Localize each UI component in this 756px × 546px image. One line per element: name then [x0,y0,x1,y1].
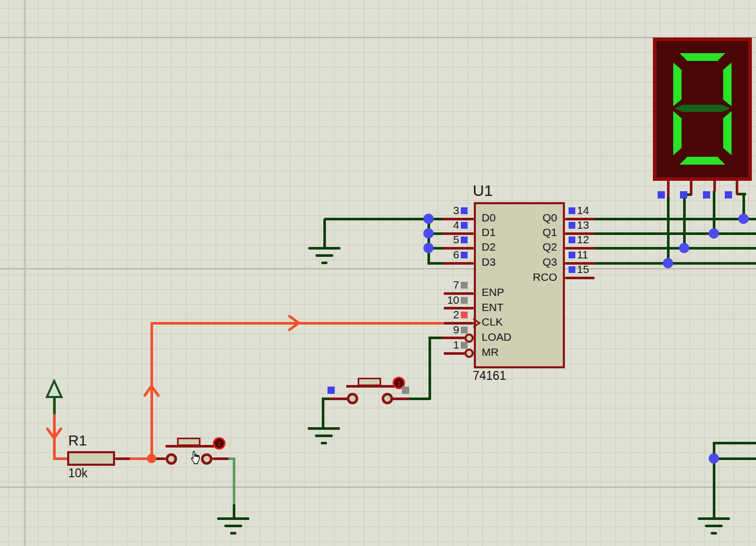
ground-symbol[interactable] [698,517,730,535]
junction-dot [679,243,689,253]
ground-bar [308,427,340,430]
wire-arrow-down-icon [46,427,62,441]
pin-label-d1: D1 [482,227,496,238]
pin-state-square [569,252,575,258]
pin-number-load: 9 [436,324,459,336]
wire-d3-link[interactable] [427,262,444,265]
button1-terminal-right[interactable] [201,453,212,465]
wire-bottomright-top[interactable] [713,442,756,444]
wire-display-pin2[interactable] [683,193,686,250]
pin-state-square [461,327,468,333]
junction-dot [423,214,434,224]
stub-r1-right[interactable] [115,457,130,460]
pin-state-square [461,207,468,214]
pin-label-enp: ENP [482,287,504,298]
pin-number-d3: 6 [436,249,459,260]
wire-load-vertical[interactable] [429,337,431,400]
pin-state-square [461,312,468,318]
wire-q1[interactable] [594,232,756,235]
stub-btn1-right[interactable] [212,457,229,460]
pin-state-square [461,342,468,349]
stub-mr[interactable] [444,352,465,355]
display-pin-square [680,191,687,198]
ground-symbol[interactable] [308,247,341,265]
wire-bottomright-mid[interactable] [713,457,756,460]
power-stem-green[interactable] [53,397,56,414]
wire-arrow-up-icon [143,383,160,397]
pin-label-q2: Q2 [515,241,557,253]
pin-state-square [569,222,575,229]
power-symbol-icon[interactable] [45,379,64,399]
ground-symbol[interactable] [308,427,340,445]
pin-number-q2: 12 [577,234,589,245]
pin-label-clk: CLK [482,316,503,328]
junction-dot [423,243,434,253]
wire-display-pin1[interactable] [667,196,670,265]
pin-label-d0: D0 [482,212,496,224]
pin-state-square [461,297,468,304]
junction-dot-clock-net [147,454,156,463]
wire-btn1-gnd-v[interactable] [233,457,235,504]
stub-display-pin3[interactable] [713,180,716,192]
clock-input-icon [472,318,482,328]
button2-state-square [402,387,409,394]
wire-d-bus-vertical[interactable] [427,218,430,265]
ground-bar [711,532,717,535]
resistor-r1-body[interactable] [67,451,115,466]
pin-number-ent: 10 [436,294,459,306]
wire-gnd1-stem[interactable] [323,219,326,248]
pin-label-q3: Q3 [515,256,557,268]
pin-number-q1: 13 [577,219,589,231]
wire-btn1-gnd-lower[interactable] [233,503,235,518]
wire-q0[interactable] [594,218,756,220]
pin-state-square [461,222,468,229]
updown-arrow-icon: ↕ [217,439,221,448]
ground-bar [316,254,333,257]
pin-number-d2: 5 [436,234,459,245]
pin-label-q1: Q1 [515,227,557,238]
pin-number-d1: 4 [436,219,459,231]
inversion-bubble-mr [464,349,474,358]
display-pin-square [703,191,710,198]
ground-bar [315,435,333,437]
pin-state-square [569,266,575,273]
pin-label-d3: D3 [482,256,496,268]
pin-number-enp: 7 [436,279,459,291]
ground-symbol[interactable] [217,517,249,535]
pin-state-square [461,237,468,243]
pin-label-d2: D2 [482,241,496,253]
wire-btn2-right[interactable] [408,398,431,400]
junction-dot [738,214,749,224]
stub-btn2-right[interactable] [392,398,410,400]
junction-dot [709,453,719,464]
button1-cap[interactable] [177,438,200,446]
stub-display-pin2[interactable] [690,180,692,195]
button2-terminal-right[interactable] [382,393,393,404]
display-pin-square [658,191,665,198]
button1-terminal-left[interactable] [166,453,177,465]
pin-state-square [461,252,468,258]
wire-q3[interactable] [594,262,756,265]
stub-display-pin4[interactable] [736,180,738,195]
pin-state-square [569,237,575,243]
wire-btn2-left-v[interactable] [322,398,324,429]
stub-display-pin1[interactable] [667,180,670,197]
stub-d3[interactable] [443,262,474,265]
ground-bar [308,247,341,250]
button2-cap[interactable] [358,378,381,386]
pin-state-square [569,207,575,214]
stub-btn2-left[interactable] [330,398,348,400]
pin-label-q0: Q0 [515,212,557,224]
wire-q2[interactable] [594,247,756,250]
pin-state-square [461,282,468,289]
grid-major-h1 [0,37,756,38]
stub-rco[interactable] [565,277,595,279]
button2-terminal-left[interactable] [347,393,358,404]
pin-number-d0: 3 [436,205,459,216]
ground-bar [217,517,249,520]
chip-part-label: 74161 [473,369,506,382]
pin-label-rco: RCO [515,271,557,283]
button1-actuator[interactable]: ↕ [213,437,225,450]
schematic-canvas[interactable]: R1 10k ↕ ↕ U1 74161 [0,0,756,546]
junction-dot [423,228,434,239]
